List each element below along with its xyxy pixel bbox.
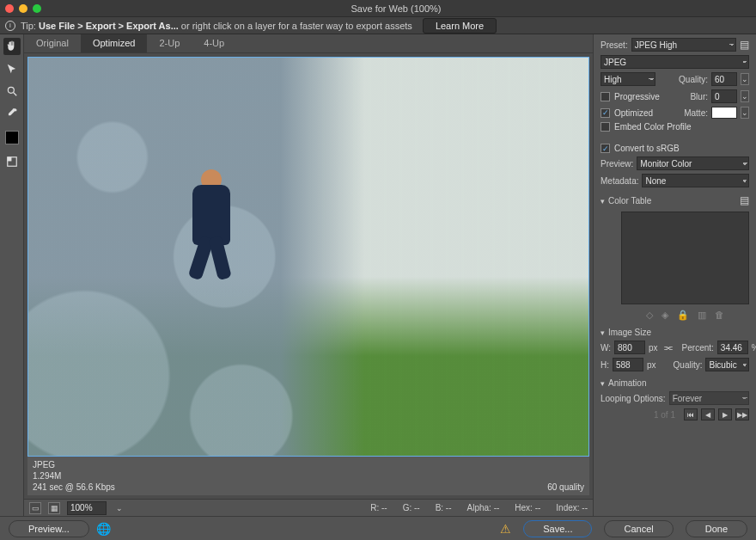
save-button[interactable]: Save... (523, 520, 592, 537)
slice-visibility-icon[interactable] (3, 153, 21, 170)
slice-select-tool-icon[interactable] (3, 60, 21, 77)
quality-stepper-icon[interactable]: ⌄ (741, 73, 749, 85)
checkbox-icon (601, 92, 610, 101)
readout-r: R: -- (370, 503, 387, 512)
progressive-label: Progressive (614, 92, 660, 101)
preview-button[interactable]: Preview... (9, 520, 89, 537)
svg-point-0 (8, 87, 14, 93)
percent-input[interactable] (717, 341, 748, 354)
color-table-menu-icon[interactable]: ▤ (740, 194, 749, 206)
titlebar: Save for Web (100%) (0, 0, 756, 17)
right-panel: Preset: JPEG High ▤ JPEG High Quality: ⌄… (593, 34, 756, 516)
color-table-buttons: ◇ ◈ 🔒 ▥ 🗑 (621, 310, 749, 321)
readout-index: Index: -- (556, 503, 588, 512)
info-download-time: 241 sec @ 56.6 Kbps (33, 482, 115, 493)
quality-input[interactable] (711, 72, 737, 86)
minimize-window-icon[interactable] (19, 4, 27, 13)
disclosure-icon[interactable] (601, 378, 605, 388)
preset-select[interactable]: JPEG High (631, 38, 736, 52)
anim-play-icon: ▶ (718, 408, 732, 420)
window-title: Save for Web (100%) (41, 3, 751, 14)
height-input[interactable] (613, 358, 643, 371)
embed-profile-checkbox[interactable]: Embed Color Profile (601, 122, 691, 132)
learn-more-button[interactable]: Learn More (423, 18, 497, 34)
disclosure-icon[interactable] (601, 196, 605, 206)
metadata-label: Metadata: (601, 176, 638, 186)
blur-input[interactable] (711, 89, 737, 103)
tool-column (0, 34, 24, 516)
disclosure-icon[interactable] (601, 328, 605, 337)
preview-canvas[interactable] (27, 57, 589, 457)
cancel-button[interactable]: Cancel (604, 520, 673, 537)
px-unit: px (649, 343, 658, 353)
color-table-label: Color Table (608, 196, 651, 206)
preview-label: Preview: (601, 159, 633, 169)
matte-swatch[interactable] (711, 107, 737, 119)
ct-trash-icon[interactable]: 🗑 (715, 310, 724, 321)
quality-label: Quality: (679, 75, 708, 84)
progressive-checkbox[interactable]: Progressive (601, 92, 660, 101)
warning-icon[interactable]: ⚠ (500, 522, 511, 536)
resample-quality-label: Quality: (674, 360, 703, 370)
checkbox-icon: ✓ (601, 108, 610, 118)
tab-2up[interactable]: 2-Up (147, 34, 192, 52)
tip-bar: i Tip: Use File > Export > Export As... … (0, 17, 756, 34)
image-size-label: Image Size (608, 328, 651, 337)
blur-label: Blur: (690, 92, 708, 101)
checkbox-icon: ✓ (601, 144, 610, 153)
hand-tool-icon[interactable] (3, 38, 21, 55)
format-select[interactable]: JPEG (601, 55, 749, 69)
canvas-info: JPEG 1.294M 241 sec @ 56.6 Kbps 60 quali… (27, 457, 589, 495)
preview-image (28, 58, 588, 456)
view-tabs: Original Optimized 2-Up 4-Up (24, 34, 593, 53)
convert-srgb-label: Convert to sRGB (614, 144, 680, 153)
bottom-bar: Preview... 🌐 ⚠ Save... Cancel Done (0, 516, 756, 540)
ct-shift-icon[interactable]: ◈ (662, 310, 668, 321)
status-bar: ▭ ▦ ⌄ R: -- G: -- B: -- Alpha: -- Hex: -… (24, 499, 593, 516)
preset-label: Preset: (601, 40, 628, 50)
tip-text: Tip: Use File > Export > Export As... or… (21, 21, 412, 31)
preview-select[interactable]: Monitor Color (637, 156, 749, 170)
statusbar-btn-2[interactable]: ▦ (48, 502, 60, 514)
matte-label: Matte: (684, 108, 708, 118)
readout-g: G: -- (403, 503, 420, 512)
blur-stepper-icon[interactable]: ⌄ (741, 90, 749, 102)
zoom-input[interactable] (67, 501, 107, 515)
zoom-window-icon[interactable] (33, 4, 41, 13)
resample-select[interactable]: Bicubic (705, 358, 749, 371)
h-label: H: (601, 360, 609, 370)
ct-lock-icon[interactable]: 🔒 (677, 310, 689, 321)
link-dimensions-icon[interactable]: ⫘ (662, 341, 675, 353)
browser-preview-icon[interactable]: 🌐 (98, 523, 110, 535)
ct-select-icon[interactable]: ◇ (646, 310, 653, 321)
convert-srgb-checkbox[interactable]: ✓ Convert to sRGB (601, 144, 680, 153)
checkbox-icon (601, 122, 610, 132)
matte-menu-icon[interactable]: ⌄ (741, 107, 749, 119)
window-controls (5, 4, 41, 13)
tab-optimized[interactable]: Optimized (81, 34, 148, 52)
zoom-menu-icon[interactable]: ⌄ (113, 502, 125, 514)
metadata-select[interactable]: None (642, 174, 749, 187)
tab-4up[interactable]: 4-Up (192, 34, 236, 52)
eyedropper-tool-icon[interactable] (3, 105, 21, 122)
looping-select: Forever (669, 391, 749, 405)
eyedropper-color-swatch[interactable] (5, 131, 19, 144)
close-window-icon[interactable] (5, 4, 14, 13)
done-button[interactable]: Done (686, 520, 747, 537)
tab-original[interactable]: Original (24, 34, 81, 52)
info-filesize: 1.294M (33, 470, 115, 482)
zoom-tool-icon[interactable] (3, 83, 21, 100)
ct-new-icon[interactable]: ▥ (698, 310, 706, 321)
tip-rest: or right click on a layer for a faster w… (179, 21, 412, 31)
preset-menu-icon[interactable]: ▤ (740, 39, 749, 51)
width-input[interactable] (614, 341, 645, 354)
optimized-checkbox[interactable]: ✓ Optimized (601, 108, 653, 118)
svg-rect-3 (7, 157, 11, 162)
info-icon: i (5, 21, 15, 31)
w-label: W: (601, 343, 611, 353)
statusbar-btn-1[interactable]: ▭ (29, 502, 41, 514)
color-table-box (621, 212, 749, 304)
quality-preset-select[interactable]: High (601, 72, 655, 86)
tip-bold: Use File > Export > Export As... (39, 21, 179, 31)
readout-hex: Hex: -- (515, 503, 540, 512)
